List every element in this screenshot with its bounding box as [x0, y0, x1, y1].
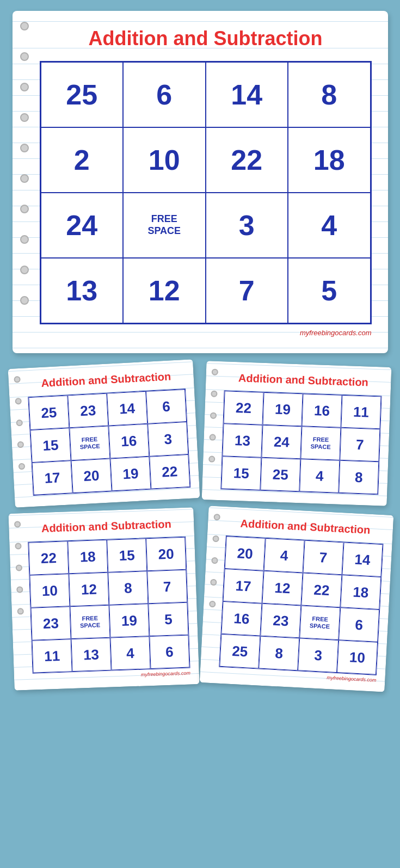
- bingo-cell: 24: [261, 425, 301, 459]
- bingo-cell: 25: [41, 62, 124, 127]
- bingo-cell: 11: [341, 395, 381, 429]
- main-watermark: myfreebingocards.com: [40, 329, 372, 337]
- bingo-cell: 22: [301, 573, 342, 608]
- bingo-cell: 23: [67, 393, 108, 428]
- bingo-cell: 22: [149, 454, 190, 489]
- bingo-cell: 20: [146, 537, 186, 571]
- hole: [208, 455, 215, 462]
- bingo-cell: 3: [206, 193, 288, 258]
- bingo-cell: 12: [69, 572, 109, 606]
- bingo-cell: 4: [263, 538, 304, 573]
- bingo-cell: 4: [299, 459, 340, 493]
- hole: [14, 521, 20, 527]
- bingo-cell: 3: [147, 422, 188, 457]
- hole: [211, 557, 218, 564]
- hole: [18, 463, 25, 470]
- bingo-cell: 12: [123, 258, 206, 323]
- bingo-cell: 16: [301, 393, 342, 427]
- bingo-cell: 10: [337, 640, 378, 675]
- hole: [20, 266, 29, 274]
- bingo-cell: 22: [206, 127, 288, 193]
- hole: [213, 514, 220, 521]
- small-card-tl: Addition and Subtraction 252314615FREE S…: [8, 359, 200, 507]
- hole: [15, 398, 22, 405]
- hole: [16, 586, 23, 593]
- bingo-cell: 14: [107, 391, 147, 426]
- bingo-cell: 13: [41, 258, 124, 323]
- bingo-cell: 18: [288, 127, 371, 193]
- card-tl-title: Addition and Subtraction: [27, 367, 185, 390]
- hole: [211, 368, 218, 375]
- hole-punches: [14, 376, 25, 470]
- hole: [20, 205, 29, 213]
- bingo-cell: 14: [206, 62, 288, 127]
- bingo-cell: 8: [288, 62, 371, 127]
- small-card-bl: Addition and Subtraction 221815201012872…: [8, 507, 199, 691]
- bingo-cell: 15: [30, 428, 71, 463]
- card-bl-title: Addition and Subtraction: [27, 515, 185, 535]
- bingo-cell: 19: [110, 457, 151, 491]
- main-bingo-card: Addition and Subtraction 256148210221824…: [13, 11, 388, 353]
- bingo-cell: 20: [71, 458, 112, 493]
- card-tl-grid: 252314615FREE SPACE16317201922: [28, 389, 190, 496]
- bingo-cell: 5: [288, 258, 371, 323]
- bingo-cell: 25: [260, 458, 300, 491]
- card-tr-grid: 221916111324FREE SPACE7152548: [220, 390, 381, 495]
- hole: [20, 113, 29, 122]
- bingo-cell: 7: [340, 428, 380, 461]
- bingo-cell: 14: [342, 542, 383, 577]
- bingo-cell: 18: [340, 575, 381, 610]
- bingo-cell: 6: [123, 62, 206, 127]
- hole-punches: [14, 521, 23, 614]
- bingo-cell: 6: [146, 389, 187, 424]
- bingo-cell: 12: [262, 571, 303, 606]
- hole: [20, 174, 29, 183]
- bingo-cell: 8: [339, 460, 379, 494]
- bingo-cell: 7: [206, 258, 288, 323]
- hole: [15, 543, 21, 549]
- hole: [210, 579, 217, 586]
- bingo-cell: 7: [147, 570, 187, 604]
- bingo-cell: 4: [110, 636, 150, 670]
- bingo-cell: 19: [262, 392, 303, 426]
- card-br-title: Addition and Subtraction: [226, 514, 384, 537]
- bingo-cell: 23: [30, 606, 71, 640]
- hole: [211, 390, 217, 397]
- bingo-cell: FREE SPACE: [299, 605, 340, 640]
- hole: [208, 601, 216, 608]
- bingo-cell: FREE SPACE: [70, 605, 110, 639]
- hole-punches: [208, 368, 218, 462]
- bingo-cell: 8: [259, 636, 299, 671]
- bingo-cell: 11: [32, 639, 72, 673]
- hole: [20, 52, 29, 61]
- hole: [20, 296, 29, 305]
- bingo-cell: 8: [108, 571, 148, 605]
- bingo-cell: 17: [223, 569, 263, 604]
- bingo-cell: 16: [221, 601, 262, 636]
- bingo-cell: 6: [339, 607, 379, 642]
- bingo-cell: 16: [108, 424, 149, 459]
- bingo-cell: FREE SPACE: [123, 193, 206, 258]
- hole: [20, 235, 29, 244]
- bingo-cell: 22: [28, 541, 69, 575]
- bingo-cell: 5: [148, 602, 188, 636]
- bingo-cell: 17: [32, 460, 72, 495]
- bingo-cell: 23: [260, 604, 301, 638]
- bingo-cell: 10: [123, 127, 206, 193]
- bingo-cell: FREE SPACE: [69, 426, 110, 461]
- bingo-cell: 24: [41, 193, 124, 258]
- bingo-cell: 15: [221, 456, 261, 490]
- bingo-cell: 3: [298, 638, 339, 673]
- hole-punches: [208, 514, 220, 607]
- hole: [17, 608, 23, 614]
- bingo-cell: 15: [107, 538, 147, 572]
- small-cards-row-2: Addition and Subtraction 221815201012872…: [11, 510, 389, 687]
- hole: [16, 420, 23, 427]
- bingo-cell: 20: [224, 536, 265, 571]
- hole: [20, 83, 29, 91]
- hole: [15, 564, 22, 571]
- hole: [209, 434, 216, 440]
- hole: [20, 22, 29, 30]
- hole: [210, 412, 216, 418]
- hole-punches: [20, 22, 29, 305]
